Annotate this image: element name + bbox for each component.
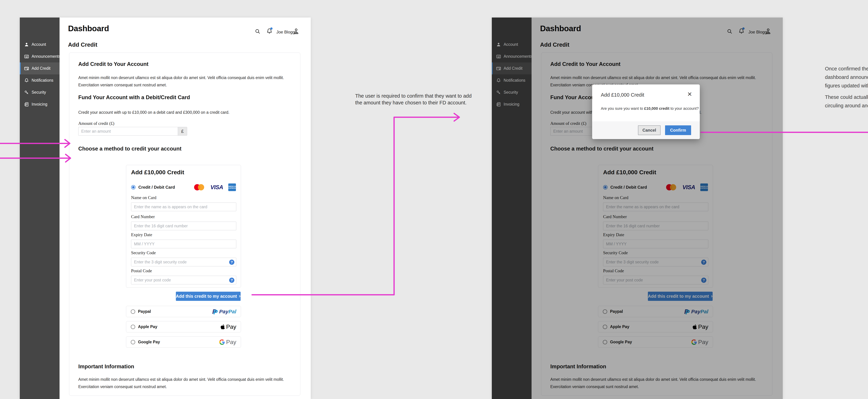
search-icon[interactable] bbox=[254, 28, 261, 34]
chevron-right-icon: › bbox=[239, 293, 241, 299]
applepay-pay-text: Pay bbox=[226, 323, 236, 330]
notifications-bell-icon[interactable] bbox=[266, 28, 273, 35]
sidebar-item-invoicing[interactable]: Invoicing bbox=[20, 98, 60, 110]
sidebar: Account Announcements Add Credit Notific… bbox=[20, 18, 60, 399]
payment-method-card: Add £10,000 Credit Credit / Debit Card V… bbox=[126, 165, 241, 288]
choose-method-heading: Choose a method to credit your account bbox=[78, 146, 181, 152]
bell-icon bbox=[24, 78, 29, 83]
field-label: Expiry Date bbox=[131, 232, 152, 237]
add-credit-submit-button[interactable]: Add this credit to my account › bbox=[176, 292, 241, 301]
field-label: Card Number bbox=[131, 214, 155, 219]
sidebar-item-security[interactable]: Security bbox=[20, 86, 60, 98]
sidebar-item-add-credit[interactable]: Add Credit bbox=[20, 62, 60, 74]
amount-label: Amount of credit (£) bbox=[78, 121, 115, 126]
annotation-line: These could actually be animated bbox=[825, 93, 868, 101]
expiry-date-input[interactable] bbox=[131, 240, 236, 248]
question-prefix: Are you sure you want to bbox=[601, 106, 644, 111]
key-icon bbox=[24, 90, 29, 95]
annotation-middle: The user is required to confirm that the… bbox=[355, 93, 472, 106]
intro-heading: Add Credit to Your Account bbox=[78, 61, 148, 67]
card-number-input[interactable] bbox=[131, 222, 236, 230]
help-icon[interactable]: ? bbox=[229, 260, 235, 265]
confirm-button[interactable]: Confirm bbox=[665, 125, 691, 135]
applepay-label: Apple Pay bbox=[138, 325, 157, 329]
card-number-field bbox=[131, 222, 236, 230]
annotation-line: Once confirmed the user is directe bbox=[825, 65, 868, 73]
security-code-field: ? bbox=[131, 258, 236, 266]
important-heading: Important Information bbox=[78, 363, 134, 370]
section-title: Add Credit bbox=[68, 41, 97, 48]
question-amount: £10,000 credit bbox=[644, 106, 670, 111]
sidebar-item-label: Add Credit bbox=[32, 66, 51, 71]
card-option-label: Credit / Debit Card bbox=[138, 185, 175, 190]
method-card-title: Add £10,000 Credit bbox=[131, 169, 184, 176]
mastercard-icon bbox=[194, 184, 205, 191]
fund-heading: Fund Your Account with a Debit/Credit Ca… bbox=[78, 94, 190, 101]
field-label: Postal Code bbox=[131, 268, 152, 273]
paypal-radio[interactable] bbox=[131, 309, 135, 314]
sidebar-item-label: Notifications bbox=[32, 78, 53, 83]
field-label: Security Code bbox=[131, 251, 156, 255]
sidebar-item-notifications[interactable]: Notifications bbox=[20, 74, 60, 86]
googlepay-option-row[interactable]: Google Pay Pay bbox=[126, 336, 241, 348]
modal-question: Are you sure you want to £10,000 credit … bbox=[601, 106, 699, 111]
card-radio-selected[interactable] bbox=[131, 185, 135, 190]
annotation-line: the amount they have chosen to their FD … bbox=[355, 99, 472, 106]
applepay-radio[interactable] bbox=[131, 325, 135, 329]
sidebar-item-account[interactable]: Account bbox=[20, 38, 60, 51]
sidebar-item-announcements[interactable]: Announcements bbox=[20, 51, 60, 62]
card-logos: VISA AMERICAN EXPRESS bbox=[194, 184, 236, 191]
left-screen-panel: Account Announcements Add Credit Notific… bbox=[20, 18, 311, 399]
annotation-line: dashboard announcements page a bbox=[825, 73, 868, 81]
sidebar-item-label: Invoicing bbox=[32, 102, 48, 107]
question-suffix: to your account? bbox=[670, 106, 699, 111]
googlepay-label: Google Pay bbox=[138, 340, 160, 344]
credit-card-icon bbox=[24, 66, 29, 71]
paypal-logo-icon: PP PayPal bbox=[212, 308, 236, 315]
person-icon bbox=[24, 42, 29, 47]
postal-code-field: ? bbox=[131, 276, 236, 285]
fund-body: Credit your account with up to £10,000 o… bbox=[78, 109, 299, 116]
invoice-icon bbox=[24, 102, 29, 107]
visa-icon: VISA bbox=[210, 184, 223, 191]
confirm-credit-modal: Add £10,000 Credit ✕ Are you sure you wa… bbox=[592, 85, 700, 139]
paypal-pal-text: Pal bbox=[228, 309, 236, 314]
add-credit-card: Add Credit to Your Account Amet minim mo… bbox=[69, 53, 300, 396]
annotation-right: Once confirmed the user is directe dashb… bbox=[825, 65, 868, 110]
amex-icon: AMERICAN EXPRESS bbox=[228, 184, 236, 191]
amount-input[interactable] bbox=[79, 127, 187, 135]
amex-text: EXPRESS bbox=[228, 187, 236, 189]
right-screen-panel: Account Announcements Add Credit Notific… bbox=[492, 18, 783, 399]
gpay-pay-text: Pay bbox=[226, 339, 236, 345]
paypal-option-row[interactable]: Paypal PP PayPal bbox=[126, 306, 241, 317]
cancel-button[interactable]: Cancel bbox=[638, 125, 660, 135]
notification-badge bbox=[270, 27, 273, 30]
important-body: Amet minim mollit non deserunt ullamco e… bbox=[78, 376, 299, 390]
postal-code-input[interactable] bbox=[131, 276, 236, 284]
name-on-card-field bbox=[131, 203, 236, 211]
amount-field: £ bbox=[78, 127, 187, 136]
sidebar-item-label: Announcements bbox=[32, 54, 60, 59]
paypal-p: P bbox=[214, 309, 218, 316]
annotation-line: figures updated within the doughn bbox=[825, 81, 868, 90]
security-code-input[interactable] bbox=[131, 258, 236, 266]
annotation-line: circuling around and the numerica bbox=[825, 101, 868, 110]
intro-body: Amet minim mollit non deserunt ullamco e… bbox=[78, 74, 299, 89]
page-title: Dashboard bbox=[68, 24, 109, 33]
googlepay-radio[interactable] bbox=[131, 340, 135, 344]
name-on-card-input[interactable] bbox=[131, 203, 236, 211]
paypal-pay-text: Pay bbox=[219, 309, 228, 314]
annotation-line: The user is required to confirm that the… bbox=[355, 93, 472, 99]
close-icon[interactable]: ✕ bbox=[687, 91, 692, 98]
googlepay-logo-icon: Pay bbox=[219, 339, 236, 345]
expiry-date-field bbox=[131, 240, 236, 248]
field-label: Name on Card bbox=[131, 195, 156, 200]
amex-text: AMERICAN bbox=[228, 186, 237, 187]
submit-label: Add this credit to my account bbox=[176, 294, 237, 299]
card-option-row: Credit / Debit Card VISA AMERICAN EXPRES… bbox=[131, 182, 236, 192]
modal-title: Add £10,000 Credit bbox=[601, 92, 644, 98]
applepay-option-row[interactable]: Apple Pay Pay bbox=[126, 321, 241, 332]
modal-dim-overlay bbox=[492, 18, 783, 399]
help-icon[interactable]: ? bbox=[229, 278, 235, 283]
user-avatar-icon[interactable] bbox=[293, 28, 300, 35]
